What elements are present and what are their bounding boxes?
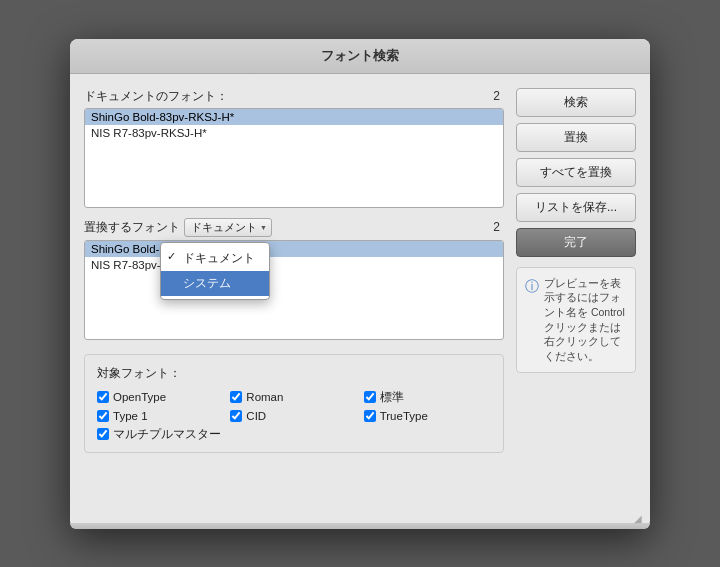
info-text: プレビューを表示するにはフォント名を Control クリックまたは右クリックし… [544,276,627,364]
list-item[interactable]: NIS R7-83pv-RKSJ-H* [85,125,503,141]
list-item[interactable]: ShinGo Bold-83pv-RKK... [85,241,503,257]
replace-source-dropdown[interactable]: ドキュメント [184,218,272,237]
checkbox-multiplemaster[interactable]: マルチプルマスター [97,427,358,442]
replace-all-button[interactable]: すべてを置換 [516,158,636,187]
dropdown-value: ドキュメント [191,221,257,233]
checkbox-truetype-input[interactable] [364,410,376,422]
font-types-label: 対象フォント： [97,365,491,382]
search-button[interactable]: 検索 [516,88,636,117]
save-list-button[interactable]: リストを保存... [516,193,636,222]
info-box: ⓘ プレビューを表示するにはフォント名を Control クリックまたは右クリッ… [516,267,636,373]
checkbox-type1-input[interactable] [97,410,109,422]
replace-fonts-list[interactable]: ShinGo Bold-83pv-RKK... NIS R7-83pv-RKSJ… [84,240,504,340]
dialog-title: フォント検索 [321,48,399,63]
checkbox-multiplemaster-label: マルチプルマスター [113,427,221,442]
document-fonts-count: 2 [493,89,500,103]
font-types-section: 対象フォント： OpenType Roman 標準 [84,354,504,453]
checkbox-type1[interactable]: Type 1 [97,410,224,422]
document-fonts-label: ドキュメントのフォント： [84,88,228,105]
done-button[interactable]: 完了 [516,228,636,257]
resize-handle[interactable]: ◢ [634,513,644,523]
document-fonts-section: ドキュメントのフォント： 2 ShinGo Bold-83pv-RKSJ-H* … [84,88,504,208]
dropdown-item-document[interactable]: ドキュメント [161,246,269,271]
checkbox-cid[interactable]: CID [230,410,357,422]
replace-fonts-label: 置換するフォント [84,219,180,236]
replace-fonts-header: 置換するフォント ドキュメント 2 [84,218,504,237]
dropdown-menu: ドキュメント システム [160,242,270,300]
dropdown-item-label: ドキュメント [183,251,255,265]
checkbox-multiplemaster-input[interactable] [97,428,109,440]
right-panel: 検索 置換 すべてを置換 リストを保存... 完了 ⓘ プレビューを表示するには… [516,88,636,509]
checkbox-opentype-label: OpenType [113,391,166,403]
document-fonts-header: ドキュメントのフォント： 2 [84,88,504,105]
checkbox-cid-label: CID [246,410,266,422]
replace-fonts-count: 2 [493,220,500,234]
left-panel: ドキュメントのフォント： 2 ShinGo Bold-83pv-RKSJ-H* … [84,88,504,509]
checkbox-roman-label: Roman [246,391,283,403]
replace-fonts-section: 置換するフォント ドキュメント 2 ドキュメント システム [84,218,504,340]
dropdown-item-label: システム [183,276,231,290]
font-types-grid: OpenType Roman 標準 Type 1 [97,390,491,442]
checkbox-truetype-label: TrueType [380,410,428,422]
checkbox-standard-label: 標準 [380,390,404,405]
replace-button[interactable]: 置換 [516,123,636,152]
checkbox-type1-label: Type 1 [113,410,148,422]
title-bar: フォント検索 [70,39,650,74]
checkbox-truetype[interactable]: TrueType [364,410,491,422]
list-item[interactable]: ShinGo Bold-83pv-RKSJ-H* [85,109,503,125]
document-fonts-list[interactable]: ShinGo Bold-83pv-RKSJ-H* NIS R7-83pv-RKS… [84,108,504,208]
checkbox-roman[interactable]: Roman [230,390,357,405]
font-search-dialog: フォント検索 ドキュメントのフォント： 2 ShinGo Bold-83pv-R… [70,39,650,529]
list-item[interactable]: NIS R7-83pv-RKSJ-H* [85,257,503,273]
content-area: ドキュメントのフォント： 2 ShinGo Bold-83pv-RKSJ-H* … [70,74,650,523]
bottom-border: ◢ [70,523,650,529]
checkbox-standard-input[interactable] [364,391,376,403]
checkbox-opentype-input[interactable] [97,391,109,403]
info-icon: ⓘ [525,277,539,364]
dropdown-item-system[interactable]: システム [161,271,269,296]
checkbox-roman-input[interactable] [230,391,242,403]
checkbox-cid-input[interactable] [230,410,242,422]
checkbox-standard[interactable]: 標準 [364,390,491,405]
checkbox-opentype[interactable]: OpenType [97,390,224,405]
